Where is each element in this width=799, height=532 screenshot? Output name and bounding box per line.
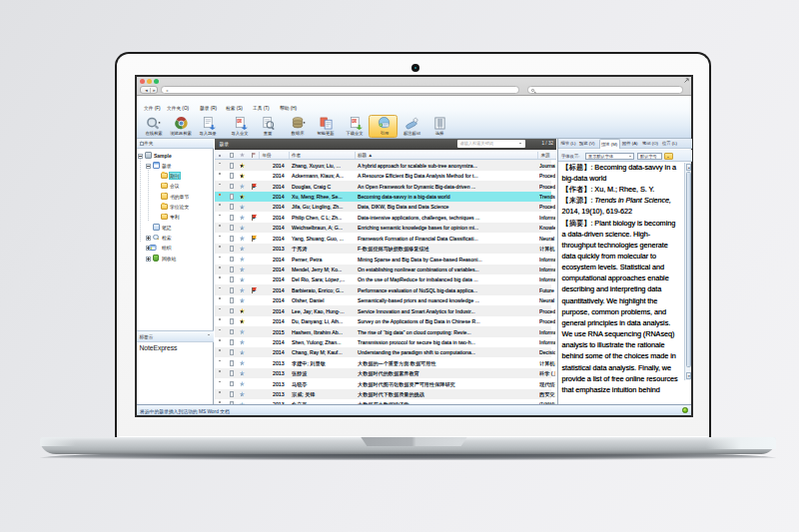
svg-text:PDF: PDF (352, 120, 358, 124)
svg-text:PDF: PDF (237, 120, 243, 124)
